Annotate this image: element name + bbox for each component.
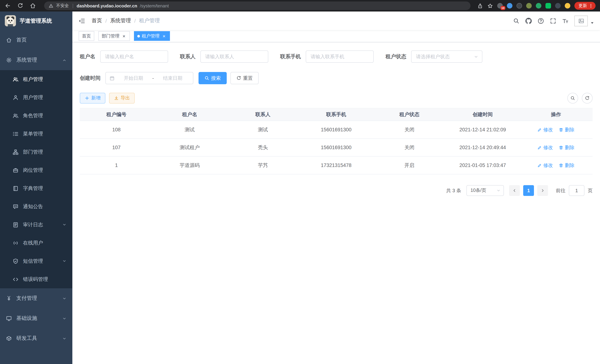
- sidebar-item-menu-management[interactable]: 菜单管理: [0, 125, 72, 143]
- github-icon[interactable]: [525, 18, 532, 24]
- logo-avatar: [5, 15, 16, 26]
- logo[interactable]: 芋道管理系统: [0, 11, 72, 30]
- sidebar-item-online-users[interactable]: 在线用户: [0, 234, 72, 252]
- pagination: 共 3 条 10条/页 1 前往 页: [80, 185, 593, 196]
- contact-input[interactable]: [200, 50, 268, 63]
- action-label: 修改: [543, 126, 553, 133]
- profile-avatar-icon[interactable]: [565, 3, 570, 9]
- sidebar-item-post-management[interactable]: 岗位管理: [0, 161, 72, 179]
- breadcrumb-current: 租户管理: [139, 18, 160, 24]
- extension-icon-1[interactable]: 10: [497, 3, 503, 9]
- table-row[interactable]: 107 测试租户 秃头 15601691300 关闭 2021-12-14 20…: [80, 139, 593, 157]
- reload-icon[interactable]: [17, 3, 23, 9]
- refresh-table-button[interactable]: [582, 93, 593, 103]
- table-row[interactable]: 1 芋道源码 芋艿 17321315478 开启 2021-01-05 17:0…: [80, 157, 593, 174]
- extension-icon-4[interactable]: [526, 3, 532, 9]
- edit-button[interactable]: 修改: [537, 126, 553, 133]
- sidebar-item-pay-management[interactable]: 支付管理: [0, 288, 72, 308]
- viewport: 不安全 dashboard.yudao.iocoder.cn/system/te…: [0, 0, 600, 364]
- close-icon[interactable]: ×: [161, 33, 167, 38]
- sidebar-item-role-management[interactable]: 角色管理: [0, 106, 72, 125]
- table-cell: 17321315478: [300, 162, 373, 168]
- sidebar-item-dev-tools[interactable]: 研发工具: [0, 328, 72, 348]
- edit-button[interactable]: 修改: [537, 144, 553, 151]
- tenant-status-select[interactable]: 请选择租户状态: [411, 50, 482, 63]
- tenant-name-input[interactable]: [100, 50, 168, 63]
- broken-image-icon: [578, 18, 584, 24]
- page-1-button[interactable]: 1: [523, 185, 534, 196]
- fullscreen-icon[interactable]: [550, 18, 556, 24]
- sidebar-item-sms-management[interactable]: 短信管理: [0, 252, 72, 270]
- extension-icon-2[interactable]: [507, 3, 512, 9]
- table-cell: 2021-01-05 17:03:47: [446, 162, 519, 168]
- sidebar-item-user-management[interactable]: 用户管理: [0, 88, 72, 106]
- tab-dept-management[interactable]: 部门管理 ×: [98, 31, 130, 41]
- chevron-down-icon: [62, 259, 66, 263]
- sidebar-item-dept-management[interactable]: 部门管理: [0, 143, 72, 161]
- chevron-right-icon: [541, 188, 545, 193]
- create-time-range-picker[interactable]: 开始日期 - 结束日期: [105, 72, 193, 84]
- sidebar-item-tenant-management[interactable]: 租户管理: [0, 70, 72, 88]
- table-cell: 秃头: [226, 144, 300, 151]
- edit-button[interactable]: 修改: [537, 162, 553, 169]
- table-cell: 测试: [226, 126, 300, 133]
- page-unit-label: 页: [588, 187, 593, 194]
- font-size-icon[interactable]: [562, 18, 568, 24]
- delete-button[interactable]: 删除: [559, 144, 574, 151]
- button-label: 新增: [91, 95, 101, 101]
- search-icon[interactable]: [513, 18, 519, 24]
- menu-item-label: 岗位管理: [23, 167, 43, 173]
- refresh-icon: [236, 76, 241, 81]
- search-button[interactable]: 搜索: [198, 72, 227, 84]
- avatar[interactable]: [574, 15, 588, 26]
- home-icon[interactable]: [30, 3, 36, 9]
- kebab-menu-icon[interactable]: [589, 4, 593, 8]
- share-icon[interactable]: [477, 3, 483, 9]
- bookmark-star-icon[interactable]: [487, 3, 493, 9]
- next-page-button[interactable]: [537, 185, 548, 196]
- tab-home[interactable]: 首页: [79, 31, 94, 41]
- sidebar-item-notice[interactable]: 通知公告: [0, 197, 72, 215]
- delete-button[interactable]: 删除: [559, 126, 574, 133]
- sidebar-item-system-management[interactable]: 系统管理: [0, 50, 72, 70]
- sidebar-item-home[interactable]: 首页: [0, 30, 72, 50]
- help-icon[interactable]: [538, 18, 544, 24]
- home-icon: [6, 37, 12, 43]
- add-button[interactable]: 新增: [80, 93, 105, 103]
- update-button[interactable]: 更新: [574, 2, 596, 10]
- reset-button[interactable]: 重置: [230, 72, 259, 84]
- tab-tenant-management[interactable]: 租户管理 ×: [134, 31, 170, 41]
- goto-page-input[interactable]: [569, 185, 584, 196]
- sidebar-item-dict-management[interactable]: 字典管理: [0, 179, 72, 197]
- sidebar-toggle-icon[interactable]: [78, 17, 85, 24]
- extension-icon-3[interactable]: [516, 3, 522, 9]
- extension-icon-6[interactable]: [545, 3, 551, 9]
- delete-button[interactable]: 删除: [559, 162, 574, 169]
- sidebar-item-audit-log[interactable]: 审计日志: [0, 215, 72, 234]
- close-icon[interactable]: ×: [121, 33, 127, 38]
- extension-icon-7[interactable]: [555, 3, 561, 9]
- caret-down-icon[interactable]: [590, 21, 594, 25]
- sidebar-item-error-code[interactable]: 错误码管理: [0, 270, 72, 288]
- export-button[interactable]: 导出: [109, 93, 135, 103]
- back-icon[interactable]: [4, 3, 11, 9]
- calendar-icon: [110, 75, 115, 81]
- phone-input[interactable]: [306, 50, 374, 63]
- toolbar-right: [567, 93, 593, 103]
- table-row[interactable]: 108 测试 测试 15601691300 关闭 2021-12-14 21:0…: [80, 121, 593, 139]
- message-icon: [13, 204, 19, 209]
- sidebar-item-infrastructure[interactable]: 基础设施: [0, 308, 72, 328]
- chevron-down-icon: [62, 316, 66, 320]
- address-bar[interactable]: 不安全 dashboard.yudao.iocoder.cn/system/te…: [44, 1, 470, 10]
- breadcrumb-home[interactable]: 首页: [92, 18, 102, 24]
- extension-icon-5[interactable]: [536, 3, 541, 9]
- table-cell: 15601691300: [300, 145, 373, 150]
- menu-item-label: 字典管理: [23, 185, 43, 192]
- actions-cell: 修改 删除: [519, 162, 593, 169]
- menu-item-label: 支付管理: [16, 295, 37, 302]
- box-icon: [6, 336, 12, 341]
- page-size-select[interactable]: 10条/页: [466, 185, 504, 196]
- toggle-search-button[interactable]: [567, 93, 578, 103]
- breadcrumb-system[interactable]: 系统管理: [110, 18, 131, 24]
- prev-page-button[interactable]: [509, 185, 520, 196]
